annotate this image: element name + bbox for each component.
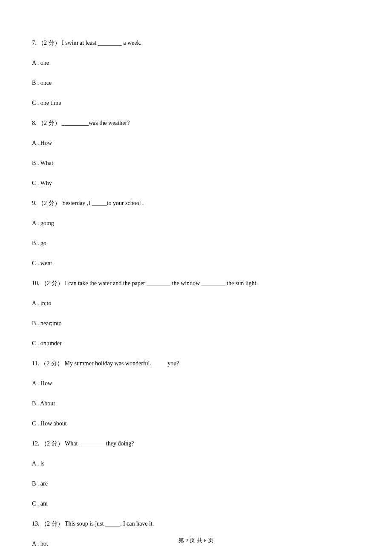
choice: A . in;to (32, 299, 360, 308)
question-stem: 11. （2 分） My summer holiday was wonderfu… (32, 359, 360, 368)
choice: C . Why (32, 179, 360, 188)
choice: A . How (32, 139, 360, 147)
question-number: 10. (32, 280, 41, 286)
question-number: 13. (32, 520, 41, 527)
choice: A . going (32, 219, 360, 228)
question-points: （2 分） (41, 440, 63, 447)
question-text: What _________they doing? (63, 440, 134, 447)
choice: B . What (32, 159, 360, 168)
choice: C . went (32, 259, 360, 268)
question-text: Yesterday ,I _____to your school . (61, 200, 144, 206)
question-points: （2 分） (40, 360, 63, 367)
question-points: （2 分） (38, 120, 61, 126)
question-points: （2 分） (38, 40, 61, 46)
question-text: I swim at least ________ a week. (61, 40, 142, 46)
choice: B . are (32, 479, 360, 488)
question-stem: 7. （2 分） I swim at least ________ a week… (32, 38, 360, 47)
choice: A . How (32, 379, 360, 388)
question-stem: 10. （2 分） I can take the water and the p… (32, 279, 360, 288)
question-points: （2 分） (38, 200, 61, 206)
page-content: 7. （2 分） I swim at least ________ a week… (0, 0, 392, 555)
question-stem: 13. （2 分） This soup is just _____. I can… (32, 519, 360, 528)
choice: A . one (32, 58, 360, 67)
question-points: （2 分） (41, 520, 63, 527)
question-number: 8. (32, 120, 38, 126)
choice: B . near;into (32, 319, 360, 328)
question-text: _________was the weather? (61, 120, 130, 126)
choice: A . is (32, 459, 360, 468)
question-number: 11. (32, 360, 40, 367)
question-number: 12. (32, 440, 41, 447)
choice: C . am (32, 499, 360, 508)
choice: C . on;under (32, 339, 360, 348)
question-stem: 8. （2 分） _________was the weather? (32, 119, 360, 127)
choice: C . one time (32, 98, 360, 107)
question-points: （2 分） (41, 280, 63, 286)
question-number: 7. (32, 40, 38, 46)
choice: B . once (32, 78, 360, 87)
question-number: 9. (32, 200, 38, 206)
question-text: This soup is just _____. I can have it. (63, 520, 154, 527)
question-stem: 12. （2 分） What _________they doing? (32, 439, 360, 448)
question-text: I can take the water and the paper _____… (63, 280, 258, 286)
choice: B . go (32, 239, 360, 248)
choice: C . How about (32, 419, 360, 428)
question-stem: 9. （2 分） Yesterday ,I _____to your schoo… (32, 199, 360, 208)
question-text: My summer holiday was wonderful. _____yo… (63, 360, 179, 367)
choice: B . About (32, 399, 360, 408)
page-footer: 第 2 页 共 6 页 (0, 536, 392, 545)
